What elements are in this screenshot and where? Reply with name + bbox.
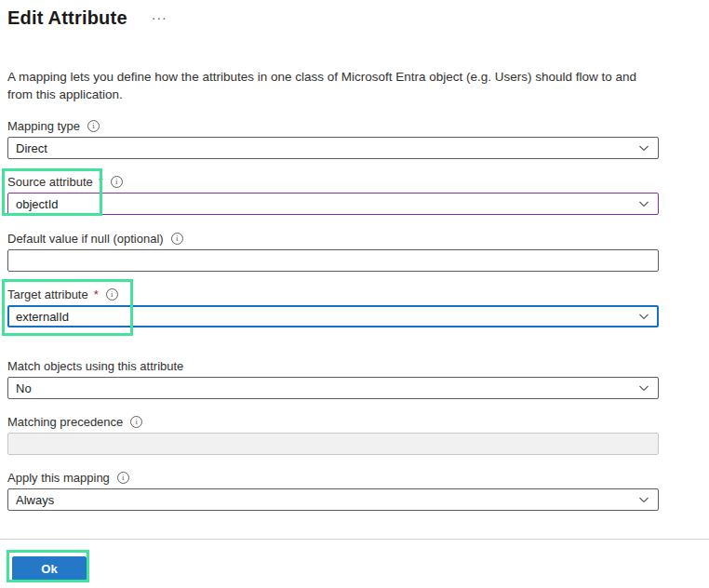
matching-precedence-field	[7, 433, 659, 455]
mapping-type-select[interactable]: Direct	[7, 137, 659, 159]
source-attribute-select[interactable]: objectId	[7, 193, 659, 215]
apply-mapping-label-row: Apply this mapping i	[7, 470, 709, 485]
mapping-type-label: Mapping type	[7, 119, 80, 133]
info-icon[interactable]: i	[87, 120, 100, 132]
default-value-label-row: Default value if null (optional) i	[7, 231, 709, 246]
match-objects-select[interactable]: No	[7, 377, 659, 399]
field-group-target-attribute: Target attribute * i externalId	[7, 287, 709, 327]
target-attribute-label: Target attribute	[7, 287, 88, 301]
default-value-input[interactable]	[16, 250, 650, 271]
footer-divider	[0, 539, 709, 540]
panel-header: Edit Attribute ···	[7, 5, 709, 31]
mapping-type-value: Direct	[16, 141, 637, 155]
target-attribute-label-row: Target attribute * i	[7, 287, 709, 301]
chevron-down-icon	[637, 310, 650, 323]
apply-mapping-value: Always	[16, 493, 637, 507]
chevron-down-icon	[637, 197, 650, 210]
source-attribute-value: objectId	[16, 197, 637, 211]
field-group-mapping-type: Mapping type i Direct	[7, 118, 709, 159]
info-icon[interactable]: i	[106, 288, 118, 301]
more-options-button[interactable]: ···	[148, 11, 171, 24]
match-objects-value: No	[16, 381, 637, 395]
field-group-apply-mapping: Apply this mapping i Always	[7, 470, 709, 511]
chevron-down-icon	[637, 493, 650, 506]
required-marker: *	[99, 175, 103, 189]
apply-mapping-select[interactable]: Always	[7, 488, 659, 511]
ok-button[interactable]: Ok	[12, 556, 87, 581]
source-attribute-label-row: Source attribute * i	[7, 174, 709, 189]
default-value-field	[7, 249, 659, 272]
apply-mapping-label: Apply this mapping	[7, 471, 110, 485]
mapping-description: A mapping lets you define how the attrib…	[7, 68, 653, 103]
field-group-source-attribute: Source attribute * i objectId	[7, 174, 709, 215]
target-attribute-select[interactable]: externalId	[7, 305, 659, 327]
info-icon[interactable]: i	[130, 416, 142, 428]
chevron-down-icon	[637, 141, 650, 154]
edit-attribute-form: Mapping type i Direct Source attribute *…	[7, 118, 709, 511]
info-icon[interactable]: i	[111, 176, 123, 188]
page-title: Edit Attribute	[7, 5, 127, 31]
field-group-matching-precedence: Matching precedence i	[7, 414, 709, 455]
matching-precedence-label: Matching precedence	[7, 415, 123, 429]
match-objects-label: Match objects using this attribute	[7, 359, 183, 373]
info-icon[interactable]: i	[117, 472, 129, 484]
default-value-label: Default value if null (optional)	[7, 232, 164, 246]
target-attribute-value: externalId	[16, 310, 637, 324]
match-objects-label-row: Match objects using this attribute	[7, 358, 709, 373]
field-group-default-value: Default value if null (optional) i	[7, 231, 709, 272]
mapping-type-label-row: Mapping type i	[7, 118, 709, 133]
field-group-match-objects: Match objects using this attribute No	[7, 358, 709, 399]
chevron-down-icon	[637, 381, 650, 394]
info-icon[interactable]: i	[171, 233, 183, 245]
required-marker: *	[94, 287, 99, 301]
matching-precedence-label-row: Matching precedence i	[7, 414, 709, 429]
edit-attribute-panel: Edit Attribute ··· A mapping lets you de…	[0, 0, 709, 588]
source-attribute-label: Source attribute	[7, 175, 93, 189]
